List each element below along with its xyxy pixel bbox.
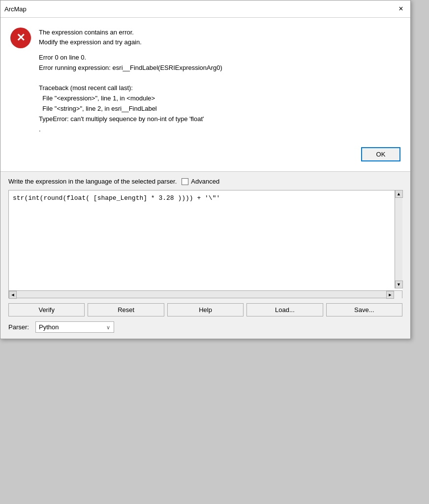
error-main-message: The expression contains an error. Modify…: [39, 28, 400, 47]
advanced-checkbox[interactable]: [182, 178, 188, 185]
scrollbar-left-arrow[interactable]: ◄: [9, 291, 17, 299]
expression-box-wrapper: [8, 190, 402, 290]
scrollbar-right-arrow[interactable]: ►: [386, 291, 394, 299]
error-text-block: The expression contains an error. Modify…: [39, 28, 400, 134]
error-line1: The expression contains an error.: [39, 29, 134, 36]
expression-box-row: ▲ ▼: [8, 190, 402, 290]
error-dialog: ✕ The expression contains an error. Modi…: [0, 18, 410, 172]
parser-select-wrapper: VBScript JScript Python: [35, 321, 114, 333]
reset-button[interactable]: Reset: [88, 303, 164, 316]
scrollbar-horizontal-track[interactable]: [17, 291, 386, 298]
window-title: ArcMap: [4, 5, 27, 13]
save-button[interactable]: Save...: [326, 303, 402, 316]
advanced-checkbox-area: Advanced: [182, 178, 219, 185]
parser-label: Parser:: [8, 323, 31, 331]
parser-row: Parser: VBScript JScript Python: [8, 321, 402, 333]
title-bar: ArcMap ×: [0, 0, 410, 18]
scrollbar-vertical-track[interactable]: [395, 198, 402, 281]
error-line2: Modify the expression and try again.: [39, 38, 142, 46]
advanced-label: Advanced: [191, 178, 219, 185]
expression-textarea[interactable]: [9, 190, 402, 289]
close-button[interactable]: ×: [396, 3, 406, 14]
expression-header-text: Write the expression in the language of …: [8, 178, 177, 185]
button-row: Verify Reset Help Load... Save...: [8, 303, 402, 316]
error-content: ✕ The expression contains an error. Modi…: [10, 28, 400, 134]
expression-box-container: ▲ ▼ ◄ ►: [8, 190, 402, 298]
scrollbar-horizontal-row: ◄ ►: [8, 290, 402, 298]
error-dialog-footer: OK: [10, 142, 400, 161]
scrollbar-up-arrow[interactable]: ▲: [395, 190, 403, 198]
arcmap-window: ArcMap × ✕ The expression contains an er…: [0, 0, 411, 339]
scrollbar-vertical[interactable]: ▲ ▼: [395, 190, 402, 288]
help-button[interactable]: Help: [167, 303, 244, 316]
lower-panel: Write the expression in the language of …: [0, 172, 410, 339]
parser-select[interactable]: VBScript JScript Python: [35, 321, 114, 333]
verify-button[interactable]: Verify: [8, 303, 85, 316]
ok-button[interactable]: OK: [361, 147, 400, 161]
error-icon: ✕: [10, 28, 31, 48]
scrollbar-corner: [394, 291, 402, 299]
expression-header: Write the expression in the language of …: [8, 178, 402, 185]
error-detail: Error 0 on line 0. Error running express…: [39, 53, 400, 134]
scrollbar-down-arrow[interactable]: ▼: [395, 281, 403, 288]
load-button[interactable]: Load...: [246, 303, 323, 316]
